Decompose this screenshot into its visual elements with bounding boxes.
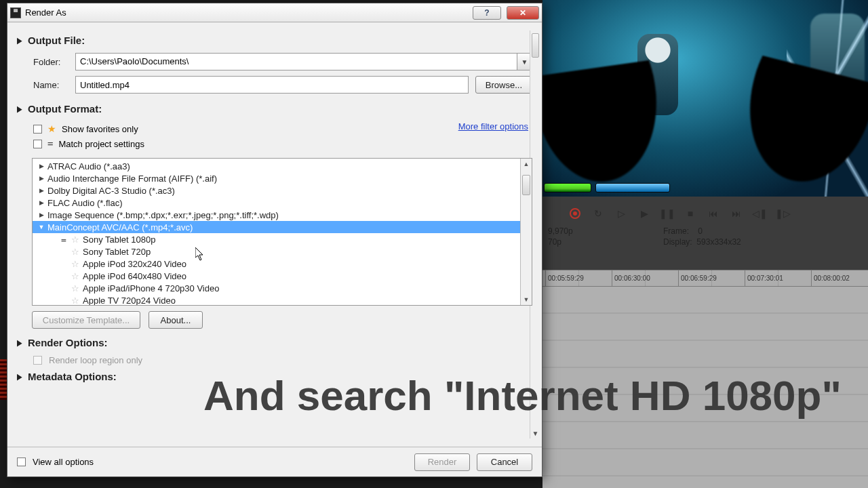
scroll-down-icon[interactable]: ▼ [530, 428, 540, 439]
customize-template-button[interactable]: Customize Template... [32, 311, 140, 329]
editor-background: ↻ ▷ ▶ ❚❚ ■ ⏮ ⏭ ◁❚ ❚▷ 9,970p Frame: 0 70p… [542, 0, 868, 488]
scroll-thumb[interactable] [532, 33, 539, 58]
format-node[interactable]: ▶Dolby Digital AC-3 Studio (*.ac3) [33, 184, 520, 197]
ruler-tick-minor [711, 270, 714, 286]
readout-frame: Frame: 0 [663, 226, 863, 236]
format-node[interactable]: ▶ATRAC Audio (*.aa3) [33, 160, 520, 172]
browse-button[interactable]: Browse... [475, 76, 532, 94]
format-label: Dolby Digital AC-3 Studio (*.ac3) [47, 186, 175, 196]
scroll-down-icon[interactable]: ▼ [521, 294, 532, 305]
format-node[interactable]: ▶FLAC Audio (*.flac) [33, 197, 520, 209]
folder-label: Folder: [33, 57, 68, 67]
disclosure-icon: ▶ [17, 371, 22, 381]
scroll-thumb[interactable] [522, 175, 530, 195]
format-label: Image Sequence (*.bmp;*.dpx;*.exr;*.jpeg… [47, 210, 279, 220]
skip-back-button[interactable]: ⏮ [707, 207, 720, 220]
triangle-right-icon[interactable]: ▶ [38, 163, 45, 169]
triangle-right-icon[interactable]: ▶ [38, 211, 45, 218]
star-icon: ★ [47, 124, 56, 134]
triangle-right-icon[interactable]: ▶ [38, 187, 45, 194]
match-project-checkbox[interactable] [33, 140, 42, 148]
section-render-options[interactable]: ▶ Render Options: [17, 337, 532, 348]
transport-bar: ↻ ▷ ▶ ❚❚ ■ ⏮ ⏭ ◁❚ ❚▷ [568, 207, 789, 220]
titlebar[interactable]: Render As ? ✕ [7, 3, 542, 22]
video-preview [542, 0, 868, 197]
preset-node[interactable]: ☆Sony Tablet 720p [33, 245, 520, 258]
dialog-content: ▲ ▼ ▶ Output File: Folder: C:\Users\Paol… [7, 22, 542, 447]
more-filter-link[interactable]: More filter options [458, 121, 528, 131]
preset-label: Apple iPod 320x240 Video [83, 259, 186, 269]
preset-node[interactable]: ☆Apple iPod 640x480 Video [33, 270, 520, 282]
triangle-right-icon[interactable]: ▶ [38, 175, 45, 182]
name-label: Name: [33, 80, 68, 90]
section-output-file[interactable]: ▶ Output File: [17, 35, 532, 46]
match-icon: = [60, 235, 68, 245]
step-fwd-button[interactable]: ❚▷ [776, 207, 789, 220]
close-button[interactable]: ✕ [507, 6, 539, 20]
show-favorites-checkbox[interactable] [33, 125, 42, 134]
preview-readout: 9,970p Frame: 0 70p Display: 593x334x32 [542, 225, 868, 248]
view-all-checkbox[interactable] [17, 458, 26, 466]
ruler-tick-minor [578, 270, 581, 286]
star-outline-icon[interactable]: ☆ [71, 247, 80, 257]
ruler-tick: 00:08:00:02 [811, 270, 850, 286]
readout-resolution-1: 9,970p [548, 226, 663, 236]
star-outline-icon[interactable]: ☆ [71, 235, 80, 245]
format-label: ATRAC Audio (*.aa3) [47, 161, 130, 171]
stop-button[interactable]: ■ [684, 207, 697, 220]
star-outline-icon[interactable]: ☆ [71, 259, 80, 269]
preset-node[interactable]: ☆Apple iPad/iPhone 4 720p30 Video [33, 282, 520, 294]
preview-hand-left [542, 58, 679, 197]
ruler-tick-minor [778, 270, 781, 286]
folder-value: C:\Users\Paolo\Documents\ [76, 54, 517, 70]
scroll-up-icon[interactable]: ▲ [521, 159, 532, 169]
step-back-button[interactable]: ◁❚ [753, 207, 766, 220]
preset-node[interactable]: ☆Apple TV 720p24 Video [33, 294, 520, 306]
timeline-ruler[interactable]: 00:05:59:2900:06:30:0000:06:59:2900:07:3… [542, 270, 868, 287]
format-filters: ★ Show favorites only = Match project se… [33, 121, 532, 151]
disclosure-icon: ▶ [17, 338, 22, 347]
tree-scrollbar[interactable]: ▲ ▼ [520, 159, 532, 305]
timeline[interactable]: 00:05:59:2900:06:30:0000:06:59:2900:07:3… [542, 270, 868, 488]
dialog-footer: View all options Render Cancel [7, 447, 542, 476]
format-tree[interactable]: ▶ATRAC Audio (*.aa3)▶Audio Interchange F… [32, 158, 532, 306]
timeline-tracks[interactable] [542, 287, 868, 488]
folder-combobox[interactable]: C:\Users\Paolo\Documents\ ▼ [75, 53, 532, 70]
star-outline-icon[interactable]: ☆ [71, 271, 80, 281]
preset-node[interactable]: =☆Sony Tablet 1080p [33, 233, 520, 245]
render-loop-label: Render loop region only [49, 355, 142, 365]
format-node[interactable]: ▶Image Sequence (*.bmp;*.dpx;*.exr;*.jpe… [33, 209, 520, 221]
app-icon [10, 7, 21, 18]
render-as-dialog: Render As ? ✕ ▲ ▼ ▶ Output File: Folder:… [7, 3, 542, 477]
format-node[interactable]: ▼MainConcept AVC/AAC (*.mp4;*.avc) [33, 221, 520, 233]
play-start-button[interactable]: ▷ [614, 207, 628, 220]
window-title: Render As [25, 7, 66, 18]
format-node[interactable]: ▶Audio Interchange File Format (AIFF) (*… [33, 172, 520, 184]
format-label: MainConcept AVC/AAC (*.mp4;*.avc) [47, 222, 193, 232]
help-button[interactable]: ? [473, 6, 501, 20]
cancel-button[interactable]: Cancel [477, 453, 532, 471]
ruler-tick-minor [645, 270, 648, 286]
preset-node[interactable]: ☆Apple iPod 320x240 Video [33, 258, 520, 270]
record-button[interactable] [568, 207, 582, 220]
pause-button[interactable]: ❚❚ [660, 207, 674, 220]
render-button[interactable]: Render [414, 453, 470, 471]
waveform-peek [0, 359, 7, 400]
preset-label: Apple iPad/iPhone 4 720p30 Video [83, 283, 219, 293]
disclosure-icon: ▶ [17, 104, 22, 113]
triangle-down-icon[interactable]: ▼ [38, 224, 45, 230]
show-favorites-label: Show favorites only [62, 124, 138, 134]
filename-input[interactable] [75, 76, 469, 94]
star-outline-icon[interactable]: ☆ [71, 296, 80, 306]
section-output-format[interactable]: ▶ Output Format: [17, 103, 532, 115]
play-button[interactable]: ▶ [637, 207, 651, 220]
skip-fwd-button[interactable]: ⏭ [730, 207, 743, 220]
triangle-right-icon[interactable]: ▶ [38, 199, 45, 206]
format-label: FLAC Audio (*.flac) [47, 198, 123, 208]
readout-resolution-2: 70p [548, 237, 663, 247]
about-button[interactable]: About... [149, 311, 203, 329]
star-outline-icon[interactable]: ☆ [71, 283, 80, 293]
preset-label: Apple TV 720p24 Video [83, 296, 176, 306]
section-metadata-options[interactable]: ▶ Metadata Options: [17, 371, 532, 382]
loop-button[interactable]: ↻ [591, 207, 605, 220]
